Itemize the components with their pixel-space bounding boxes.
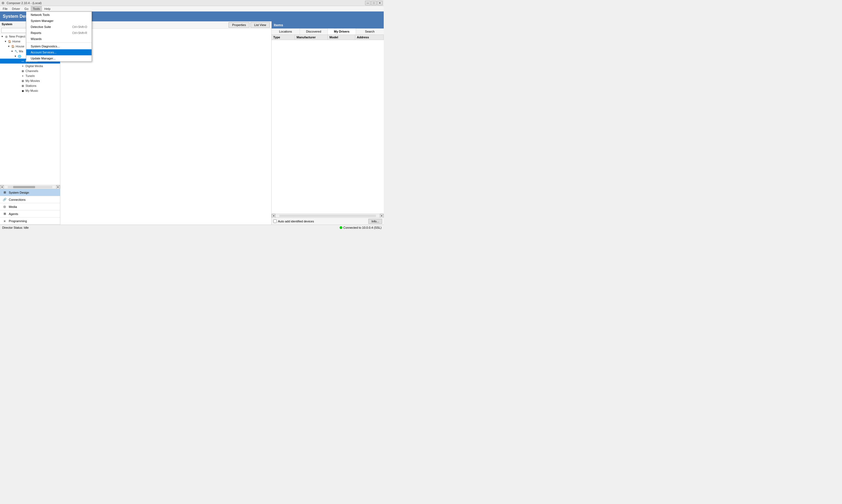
col-header-manufacturer: Manufacturer (295, 35, 328, 40)
items-header: Items (271, 21, 384, 29)
nav-label-programming: Programming (9, 219, 27, 223)
expander-node[interactable]: ▼ (14, 54, 17, 58)
status-text: Director Status: Idle (2, 226, 29, 229)
window-title: Composer 2.10.4 - (Local) (6, 1, 42, 5)
items-scroll-right[interactable]: ▸ (380, 214, 384, 218)
col-header-model: Model (328, 35, 355, 40)
nav-icon-media: ◎ (2, 204, 7, 209)
icon-new-project: ◎ (4, 35, 8, 38)
icon-tunein: + (21, 74, 25, 78)
nav-system-design[interactable]: ⊞ System Design (0, 189, 60, 196)
label-stations: Stations (25, 84, 36, 87)
expander-stations[interactable] (17, 84, 20, 87)
menu-file[interactable]: File (1, 6, 10, 12)
label-my-movies: My Movies (25, 79, 40, 83)
menu-item-reports[interactable]: Reports Ctrl+Shift+R (26, 30, 91, 36)
label-home: Home (12, 40, 20, 43)
scroll-right-arrow[interactable]: ▸ (56, 185, 60, 189)
menu-item-account-services[interactable]: Account Services... (26, 49, 91, 55)
nav-programming[interactable]: ≡ Programming (0, 217, 60, 224)
expander-tunein[interactable] (17, 74, 20, 77)
auto-add-checkbox[interactable] (273, 219, 277, 223)
menu-item-network-tools[interactable]: Network Tools (26, 12, 91, 18)
items-footer: Auto add identified devices Info... (271, 217, 384, 224)
maximize-button[interactable]: □ (371, 1, 376, 5)
nav-icon-connections: 🔗 (2, 197, 7, 202)
app-icon: ◎ (1, 1, 5, 5)
tree-item-tunein[interactable]: + TuneIn (0, 73, 60, 78)
tree-item-digital-media[interactable]: + Digital Media (0, 64, 60, 69)
expander-new-project[interactable]: ▼ (1, 35, 4, 38)
expander-uidevice[interactable] (17, 59, 20, 63)
nav-icon-agents: ⊞ (2, 212, 7, 216)
label-channels: Channels (25, 69, 38, 73)
menu-bar: File Driver Go Tools Help (0, 6, 384, 12)
tab-search[interactable]: Search (356, 29, 384, 35)
expander-channels[interactable] (17, 69, 20, 73)
nav-agents[interactable]: ⊞ Agents (0, 210, 60, 217)
expander-digital-media[interactable] (17, 65, 20, 68)
label-new-project: New Project (9, 35, 25, 38)
icon-digital-media: + (21, 64, 25, 68)
expander-ma[interactable]: ▼ (11, 50, 14, 53)
minimize-button[interactable]: — (365, 1, 371, 5)
tree-item-my-movies[interactable]: ⊞ My Movies (0, 78, 60, 83)
items-tabs: Locations Discovered My Drivers Search (271, 29, 384, 35)
nav-icon-system-design: ⊞ (2, 190, 7, 195)
scrollbar-thumb[interactable] (13, 186, 35, 188)
nav-label-agents: Agents (9, 212, 18, 216)
nav-media[interactable]: ◎ Media (0, 203, 60, 210)
tab-properties[interactable]: Properties (229, 22, 249, 28)
nav-label-system-design: System Design (9, 191, 29, 194)
label-tunein: TuneIn (25, 74, 35, 77)
menu-item-system-diagnostics[interactable]: System Diagnostics... (26, 43, 91, 49)
auto-add-container: Auto add identified devices (273, 219, 314, 223)
scrollbar-track (8, 186, 52, 188)
icon-node: 🌐 (18, 54, 21, 58)
tab-locations[interactable]: Locations (271, 29, 300, 35)
col-header-type: Type (271, 35, 295, 40)
items-scroll-left[interactable]: ◂ (271, 214, 276, 218)
menu-item-system-manager[interactable]: System Manager (26, 18, 91, 24)
expander-house[interactable]: ▼ (7, 44, 11, 48)
expander-home[interactable]: ▼ (4, 40, 7, 43)
expander-my-movies[interactable] (17, 79, 20, 83)
title-bar: ◎ Composer 2.10.4 - (Local) — □ ✕ (0, 0, 384, 6)
icon-ma: 🔧 (14, 49, 18, 53)
tree-item-stations[interactable]: ⊞ Stations (0, 83, 60, 88)
scroll-left-arrow[interactable]: ◂ (0, 185, 4, 189)
label-my-music: My Music (25, 89, 38, 92)
menu-driver[interactable]: Driver (10, 6, 22, 12)
auto-add-label: Auto add identified devices (278, 220, 314, 223)
icon-home: 🏠 (8, 39, 12, 43)
menu-item-detective-suite[interactable]: Detective Suite Ctrl+Shift+D (26, 24, 91, 30)
icon-my-movies: ⊞ (21, 79, 25, 83)
tree-item-channels[interactable]: ⊞ Channels (0, 69, 60, 73)
tab-discovered[interactable]: Discovered (300, 29, 328, 35)
menu-go[interactable]: Go (22, 6, 31, 12)
tab-my-drivers[interactable]: My Drivers (328, 29, 356, 35)
status-bar: Director Status: Idle Connected to 10.0.… (0, 224, 384, 230)
close-button[interactable]: ✕ (377, 1, 383, 5)
expander-my-music[interactable] (17, 89, 20, 92)
connection-dot (339, 226, 342, 229)
info-button[interactable]: Info... (368, 219, 382, 224)
items-scrollbar: ◂ ▸ (271, 214, 384, 217)
nav-connections[interactable]: 🔗 Connections (0, 196, 60, 203)
tree-item-my-music[interactable]: ◉ My Music (0, 88, 60, 93)
nav-icon-programming: ≡ (2, 219, 7, 223)
icon-my-music: ◉ (21, 89, 25, 93)
label-ma: Ma (19, 50, 23, 53)
menu-item-update-manager[interactable]: Update Manager... (26, 55, 91, 61)
right-panel: Items Locations Discovered My Drivers Se… (271, 21, 384, 224)
menu-help[interactable]: Help (42, 6, 53, 12)
nav-panel: ⊞ System Design 🔗 Connections ◎ Media ⊞ … (0, 189, 60, 224)
table-header: Type Manufacturer Model Address (271, 35, 384, 40)
menu-item-wizards[interactable]: Wizards (26, 36, 91, 42)
items-body (271, 40, 384, 214)
connection-status: Connected to 10.0.0.4 (SSL) (339, 226, 382, 229)
label-house: House (16, 44, 24, 48)
tab-list-view[interactable]: List View (250, 22, 270, 28)
col-header-address: Address (355, 35, 384, 40)
menu-tools[interactable]: Tools (31, 6, 42, 12)
